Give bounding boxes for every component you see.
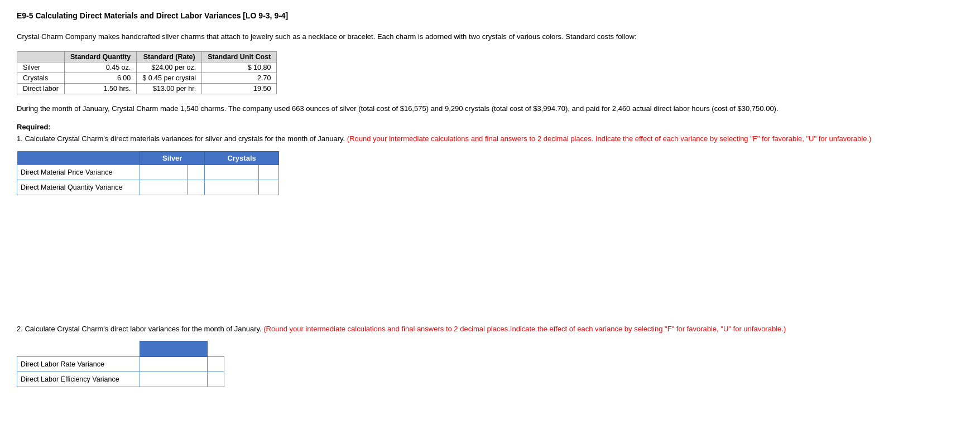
materials-col-silver: Silver — [140, 151, 205, 165]
std-row-silver-qty: 0.45 oz. — [64, 62, 136, 73]
intro-text: Crystal Charm Company makes handcrafted … — [17, 31, 963, 42]
std-row-crystals-rate: $ 0.45 per crystal — [137, 73, 202, 83]
dm-price-silver-input[interactable] — [143, 167, 184, 178]
dl-efficiency-flag[interactable] — [211, 374, 220, 385]
dl-efficiency-input-cell[interactable] — [140, 372, 208, 387]
standards-table: Standard Quantity Standard (Rate) Standa… — [17, 51, 277, 94]
item1-instruction: 1. Calculate Crystal Charm's direct mate… — [17, 133, 963, 144]
required-label: Required: — [17, 123, 963, 131]
required-section: Required: 1. Calculate Crystal Charm's d… — [17, 123, 963, 144]
dm-price-crystals-input-cell[interactable] — [205, 165, 258, 180]
dl-efficiency-variance-row: Direct Labor Efficiency Variance — [17, 372, 224, 387]
dl-rate-input-cell[interactable] — [140, 357, 208, 372]
dm-price-crystals-flag[interactable] — [262, 167, 275, 178]
dm-quantity-crystals-flag[interactable] — [262, 182, 275, 193]
std-row-crystals-qty: 6.00 — [64, 73, 136, 83]
dm-quantity-silver-input-cell[interactable] — [140, 180, 188, 195]
item2-text: 2. Calculate Crystal Charm's direct labo… — [17, 325, 262, 333]
std-row-labor-qty: 1.50 hrs. — [64, 83, 136, 94]
std-row-crystals-name: Crystals — [17, 73, 65, 83]
dl-efficiency-label: Direct Labor Efficiency Variance — [17, 372, 140, 387]
dm-quantity-crystals-flag-cell[interactable] — [258, 180, 278, 195]
dl-rate-flag[interactable] — [211, 359, 220, 370]
std-row-silver-cost: $ 10.80 — [202, 62, 277, 73]
dl-rate-variance-row: Direct Labor Rate Variance — [17, 357, 224, 372]
materials-col-crystals: Crystals — [205, 151, 278, 165]
dl-rate-input[interactable] — [143, 359, 204, 370]
labor-col-header — [140, 341, 208, 357]
spacer — [17, 212, 963, 324]
labor-variance-table: Direct Labor Rate Variance Direct Labor … — [17, 341, 224, 387]
dm-price-label: Direct Material Price Variance — [17, 165, 140, 180]
std-row-labor-name: Direct labor — [17, 83, 65, 94]
std-row-labor-cost: 19.50 — [202, 83, 277, 94]
dm-quantity-silver-flag-cell[interactable] — [187, 180, 205, 195]
std-row-labor-rate: $13.00 per hr. — [137, 83, 202, 94]
item1-text: 1. Calculate Crystal Charm's direct mate… — [17, 134, 345, 143]
dm-price-silver-flag[interactable] — [191, 167, 201, 178]
std-row-crystals-cost: 2.70 — [202, 73, 277, 83]
page-title: E9-5 Calculating Direct Materials and Di… — [17, 11, 963, 20]
item2-red-text: (Round your intermediate calculations an… — [263, 325, 786, 333]
dl-efficiency-input[interactable] — [143, 374, 204, 385]
std-row-silver-name: Silver — [17, 62, 65, 73]
dm-quantity-silver-input[interactable] — [143, 182, 184, 193]
std-col-quantity: Standard Quantity — [64, 51, 136, 62]
std-row-silver-rate: $24.00 per oz. — [137, 62, 202, 73]
dm-quantity-variance-row: Direct Material Quantity Variance — [17, 180, 279, 195]
dm-quantity-crystals-input-cell[interactable] — [205, 180, 258, 195]
std-col-unitcost: Standard Unit Cost — [202, 51, 277, 62]
dm-price-silver-flag-cell[interactable] — [187, 165, 205, 180]
materials-col-empty — [17, 151, 140, 165]
dm-price-crystals-input[interactable] — [208, 167, 254, 178]
item1-red-text: (Round your intermediate calculations an… — [347, 134, 872, 143]
labor-col-empty — [17, 341, 140, 357]
std-col-empty — [17, 51, 65, 62]
dm-price-silver-input-cell[interactable] — [140, 165, 188, 180]
dm-price-crystals-flag-cell[interactable] — [258, 165, 278, 180]
std-col-rate: Standard (Rate) — [137, 51, 202, 62]
dl-efficiency-flag-cell[interactable] — [208, 372, 224, 387]
item2-instruction: 2. Calculate Crystal Charm's direct labo… — [17, 324, 963, 335]
dm-quantity-silver-flag[interactable] — [191, 182, 201, 193]
materials-variance-table: Silver Crystals Direct Material Price Va… — [17, 151, 279, 195]
period-text: During the month of January, Crystal Cha… — [17, 103, 963, 114]
dm-quantity-label: Direct Material Quantity Variance — [17, 180, 140, 195]
dm-price-variance-row: Direct Material Price Variance — [17, 165, 279, 180]
dl-rate-flag-cell[interactable] — [208, 357, 224, 372]
dm-quantity-crystals-input[interactable] — [208, 182, 254, 193]
dl-rate-label: Direct Labor Rate Variance — [17, 357, 140, 372]
